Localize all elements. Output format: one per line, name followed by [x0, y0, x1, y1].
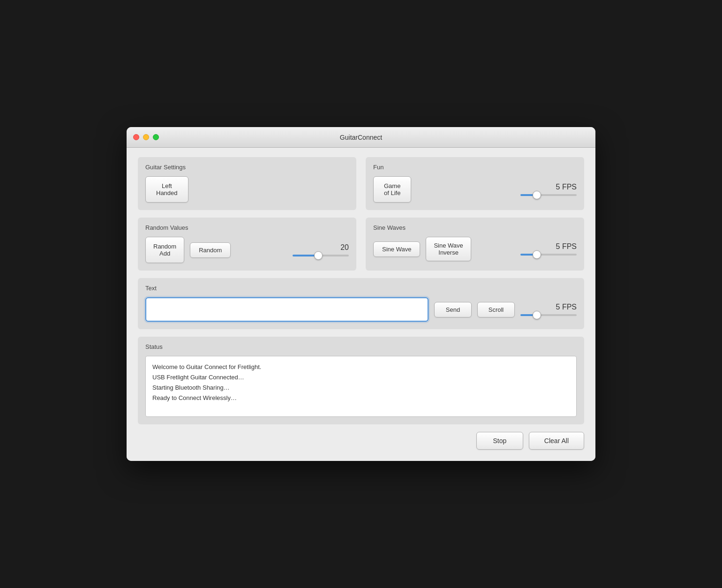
- traffic-lights: [133, 134, 159, 140]
- main-window: GuitarConnect Guitar Settings Left Hande…: [127, 127, 595, 461]
- close-button[interactable]: [133, 134, 139, 140]
- content-area: Guitar Settings Left Handed Fun Game of …: [127, 148, 595, 461]
- status-line-1: Welcome to Guitar Connect for Fretlight.: [152, 362, 570, 372]
- sine-waves-inner: Sine Wave Sine Wave Inverse 5 FPS: [373, 237, 577, 261]
- fun-title: Fun: [373, 164, 577, 171]
- maximize-button[interactable]: [153, 134, 159, 140]
- game-of-life-button[interactable]: Game of Life: [373, 176, 411, 203]
- sine-fps-group: 5 FPS: [520, 242, 577, 256]
- sine-waves-section: Sine Waves Sine Wave Sine Wave Inverse 5…: [366, 218, 584, 271]
- fun-fps-label: 5 FPS: [556, 183, 577, 191]
- random-values-inner: Random Add Random 20: [145, 237, 349, 263]
- top-row: Guitar Settings Left Handed Fun Game of …: [138, 157, 584, 210]
- text-input[interactable]: [145, 297, 429, 322]
- bottom-buttons: Stop Clear All: [138, 432, 584, 450]
- titlebar: GuitarConnect: [127, 127, 595, 148]
- text-fps-label: 5 FPS: [556, 303, 577, 311]
- text-fps-slider[interactable]: [520, 314, 577, 316]
- left-handed-button[interactable]: Left Handed: [145, 176, 188, 203]
- text-section-title: Text: [145, 285, 577, 292]
- fun-inner: Game of Life 5 FPS: [373, 176, 577, 203]
- guitar-settings-inner: Left Handed: [145, 176, 349, 203]
- window-title: GuitarConnect: [340, 134, 382, 141]
- status-title: Status: [145, 343, 577, 350]
- minimize-button[interactable]: [143, 134, 149, 140]
- text-input-row: Send Scroll 5 FPS: [145, 297, 577, 322]
- status-section: Status Welcome to Guitar Connect for Fre…: [138, 337, 584, 424]
- random-slider-group: 20: [293, 243, 349, 256]
- random-values-title: Random Values: [145, 224, 349, 231]
- stop-button[interactable]: Stop: [476, 432, 523, 450]
- sine-waves-title: Sine Waves: [373, 224, 577, 231]
- send-button[interactable]: Send: [434, 302, 472, 317]
- middle-row: Random Values Random Add Random 20 Sine …: [138, 218, 584, 271]
- fun-fps-group: 5 FPS: [520, 183, 577, 196]
- status-line-2: USB Fretlight Guitar Connected…: [152, 372, 570, 383]
- random-values-section: Random Values Random Add Random 20: [138, 218, 356, 271]
- random-button[interactable]: Random: [190, 242, 231, 258]
- status-line-3: Starting Bluetooth Sharing…: [152, 383, 570, 393]
- clear-all-button[interactable]: Clear All: [529, 432, 584, 450]
- guitar-settings-section: Guitar Settings Left Handed: [138, 157, 356, 210]
- guitar-settings-title: Guitar Settings: [145, 164, 349, 171]
- status-log: Welcome to Guitar Connect for Fretlight.…: [145, 356, 577, 417]
- random-add-button[interactable]: Random Add: [145, 237, 184, 263]
- status-line-4: Ready to Connect Wirelessly…: [152, 393, 570, 403]
- sine-wave-button[interactable]: Sine Wave: [373, 241, 420, 257]
- fun-fps-slider[interactable]: [520, 194, 577, 196]
- scroll-button[interactable]: Scroll: [477, 302, 515, 317]
- text-fps-group: 5 FPS: [520, 303, 577, 316]
- random-value-display: 20: [340, 243, 349, 252]
- sine-fps-slider[interactable]: [520, 254, 577, 256]
- sine-fps-label: 5 FPS: [556, 242, 577, 251]
- fun-section: Fun Game of Life 5 FPS: [366, 157, 584, 210]
- text-section: Text Send Scroll 5 FPS: [138, 278, 584, 329]
- random-slider[interactable]: [293, 255, 349, 256]
- sine-wave-inverse-button[interactable]: Sine Wave Inverse: [426, 237, 471, 261]
